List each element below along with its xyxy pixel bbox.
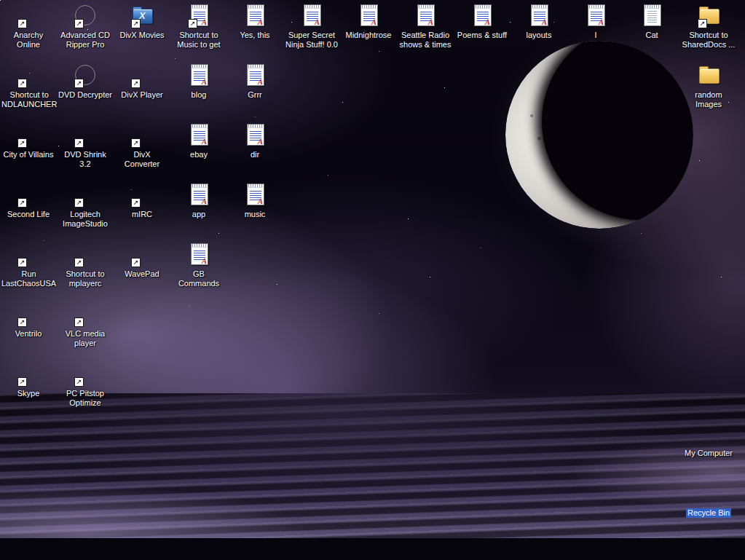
wordpad-doc-icon — [247, 4, 264, 26]
gb-commands-icon-wrap — [186, 242, 211, 267]
desktop-icon-seattle-radio-shows-times[interactable]: Seattle Radio shows & times — [397, 3, 454, 50]
desktop-icon-shortcut-to-mplayerc[interactable]: ↗Shortcut to mplayerc — [57, 242, 114, 289]
super-secret-ninja-stuff-icon-wrap — [299, 3, 324, 28]
desktop-icon-ebay[interactable]: ebay — [170, 122, 227, 160]
desktop-icon-run-lastchaosusa[interactable]: ↗Run LastChaosUSA — [0, 242, 57, 289]
shortcut-arrow-icon: ↗ — [131, 19, 141, 28]
pc-pitstop-optimize-icon-wrap: ↗ — [73, 361, 98, 386]
desktop-icon-dir[interactable]: dir — [226, 122, 283, 160]
desktop-icon-shortcut-to-shareddocs[interactable]: ↗Shortcut to SharedDocs ... — [680, 3, 737, 50]
desktop-icon-second-life[interactable]: ↗Second Life — [0, 182, 57, 220]
shortcut-arrow-icon: ↗ — [17, 377, 27, 387]
shortcut-arrow-icon: ↗ — [131, 198, 141, 208]
desktop-icon-label: Run LastChaosUSA — [0, 269, 58, 288]
dir-icon-wrap — [243, 122, 267, 147]
wordpad-doc-icon — [588, 4, 605, 26]
desktop-icon-grrr[interactable]: Grrr — [226, 63, 283, 100]
desktop-icon-random-images[interactable]: random Images — [680, 63, 737, 110]
wordpad-doc-icon — [474, 4, 492, 26]
desktop-icon-label: DivX Movies — [118, 31, 165, 40]
wavepad-icon-wrap: ↗ — [130, 242, 154, 267]
skype-icon-wrap: ↗ — [16, 361, 41, 386]
desktop-icon-divx-movies[interactable]: ↗DivX Movies — [114, 3, 170, 41]
shortcut-to-shareddocs-icon-wrap: ↗ — [696, 3, 721, 28]
random-images-icon-wrap — [696, 63, 721, 87]
desktop-icon-label: ebay — [189, 150, 209, 159]
wordpad-doc-icon — [531, 4, 548, 26]
desktop-icon-advanced-cd-ripper-pro[interactable]: ↗Advanced CD Ripper Pro — [57, 3, 114, 50]
desktop-icon-label: DVD Decrypter — [57, 90, 114, 100]
desktop-icon-midnightrose[interactable]: Midnightrose — [340, 3, 397, 41]
desktop-icon-poems-stuff[interactable]: Poems & stuff — [454, 3, 511, 41]
desktop-icon-shortcut-to-music-to-get[interactable]: ↗Shortcut to Music to get — [170, 3, 227, 50]
second-life-icon-wrap: ↗ — [16, 182, 41, 207]
desktop-icon-divx-converter[interactable]: ↗DivX Converter — [114, 122, 170, 170]
desktop-icon-label: GB Commands — [170, 269, 227, 288]
shortcut-arrow-icon: ↗ — [188, 19, 197, 28]
divx-converter-icon-wrap: ↗ — [130, 122, 154, 147]
folder-icon — [699, 68, 720, 84]
desktop-icon-dvd-shrink[interactable]: ↗DVD Shrink 3.2 — [57, 122, 114, 170]
desktop-icon-label: Midnightrose — [344, 31, 393, 40]
shortcut-arrow-icon: ↗ — [131, 258, 141, 267]
run-lastchaosusa-icon-wrap: ↗ — [16, 242, 41, 267]
desktop-icon-logitech-imagestudio[interactable]: ↗Logitech ImageStudio — [57, 182, 114, 229]
wordpad-doc-icon — [247, 124, 264, 146]
desktop-icon-label: dir — [249, 150, 261, 159]
divx-player-icon-wrap: ↗ — [130, 63, 154, 87]
desktop-icon-label: DivX Player — [119, 90, 164, 100]
shortcut-arrow-icon: ↗ — [131, 138, 141, 148]
desktop-icon-wavepad[interactable]: ↗WavePad — [114, 242, 170, 280]
desktop-icon-music[interactable]: music — [226, 182, 283, 220]
advanced-cd-ripper-pro-icon-wrap: ↗ — [73, 3, 98, 28]
desktop-icon-label: Shortcut to NDLAUNCHER — [0, 90, 58, 109]
desktop-icon-city-of-villains[interactable]: ↗City of Villains — [0, 122, 57, 160]
shortcut-arrow-icon: ↗ — [74, 138, 84, 148]
desktop-icon-label: My Computer — [683, 449, 734, 458]
anarchy-online-icon-wrap: ↗ — [16, 3, 41, 28]
desktop-icon-label: blog — [190, 90, 208, 100]
wordpad-doc-icon — [247, 64, 264, 86]
desktop-icon-yes-this[interactable]: Yes, this — [226, 3, 283, 41]
desktop-icon-shortcut-to-ndlauncher[interactable]: ↗Shortcut to NDLAUNCHER — [0, 63, 57, 110]
desktop-icon-l[interactable]: l — [567, 3, 624, 41]
desktop-icon-label: random Images — [680, 90, 737, 109]
desktop-icon-label: WavePad — [123, 269, 160, 279]
desktop[interactable]: ↗Anarchy Online↗Advanced CD Ripper Pro↗D… — [0, 0, 745, 538]
desktop-icon-app[interactable]: app — [170, 182, 227, 220]
shortcut-arrow-icon: ↗ — [17, 19, 27, 28]
music-icon-wrap — [243, 182, 267, 207]
desktop-icon-label: mIRC — [130, 210, 154, 219]
desktop-icon-divx-player[interactable]: ↗DivX Player — [114, 63, 170, 100]
dvd-shrink-icon-wrap: ↗ — [73, 122, 98, 147]
desktop-icon-gb-commands[interactable]: GB Commands — [170, 242, 227, 289]
desktop-icon-super-secret-ninja-stuff[interactable]: Super Secret Ninja Stuff! 0.0 — [283, 3, 340, 50]
ventrilo-icon-wrap: ↗ — [16, 301, 41, 326]
desktop-icon-pc-pitstop-optimize[interactable]: ↗PC Pitstop Optimize — [57, 361, 114, 409]
desktop-icon-blog[interactable]: blog — [170, 63, 227, 100]
desktop-icon-label: DivX Converter — [114, 150, 170, 169]
desktop-icon-label: PC Pitstop Optimize — [57, 389, 114, 408]
desktop-icon-anarchy-online[interactable]: ↗Anarchy Online — [0, 3, 57, 50]
desktop-icon-recycle-bin[interactable]: Recycle Bin — [680, 481, 737, 518]
desktop-icon-mirc[interactable]: ↗mIRC — [114, 182, 170, 220]
desktop-icon-vlc-media-player[interactable]: ↗VLC media player — [57, 301, 114, 349]
desktop-icon-label: Shortcut to SharedDocs ... — [680, 31, 737, 50]
desktop-icon-ventrilo[interactable]: ↗Ventrilo — [0, 301, 57, 339]
desktop-icon-cat[interactable]: Cat — [623, 3, 680, 41]
desktop-icon-label: Seattle Radio shows & times — [397, 31, 454, 50]
l-icon-wrap — [583, 3, 608, 28]
desktop-icon-my-computer[interactable]: My Computer — [680, 421, 737, 459]
wordpad-doc-icon — [417, 4, 435, 26]
desktop-icon-skype[interactable]: ↗Skype — [0, 361, 57, 399]
shortcut-arrow-icon: ↗ — [17, 79, 27, 88]
city-of-villains-icon-wrap: ↗ — [16, 122, 41, 147]
logitech-imagestudio-icon-wrap: ↗ — [73, 182, 98, 207]
desktop-icon-dvd-decrypter[interactable]: ↗DVD Decrypter — [57, 63, 114, 100]
desktop-icon-label: layouts — [525, 31, 553, 40]
desktop-icon-layouts[interactable]: layouts — [511, 3, 567, 41]
wordpad-doc-icon — [191, 124, 208, 146]
desktop-icon-label: music — [243, 210, 267, 219]
wordpad-doc-icon — [247, 184, 264, 205]
desktop-icon-label: Shortcut to mplayerc — [57, 269, 114, 288]
